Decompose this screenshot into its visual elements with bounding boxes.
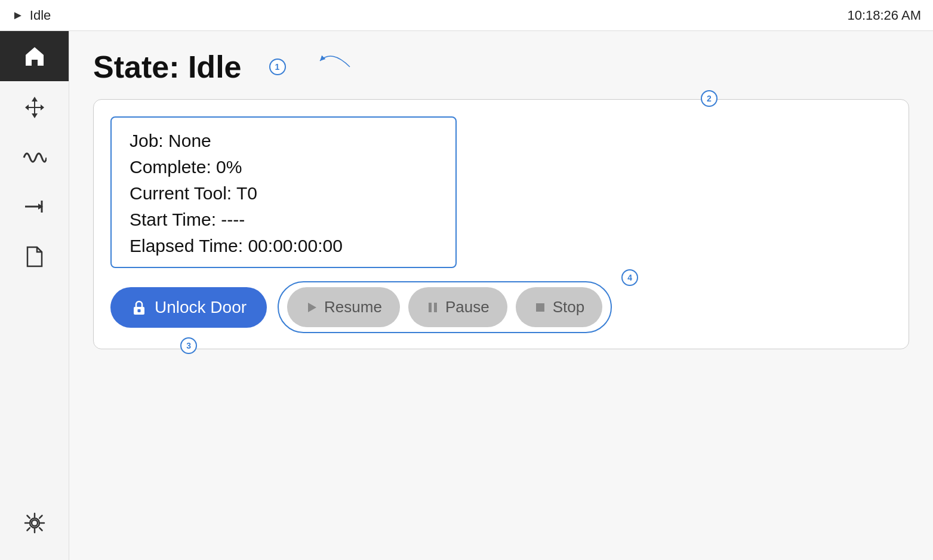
play-icon bbox=[305, 301, 318, 314]
annotation-3: 3 bbox=[180, 337, 197, 354]
controls-row: Unlock Door 3 Re bbox=[94, 268, 909, 349]
move-icon bbox=[23, 94, 47, 118]
topbar-status: Idle bbox=[30, 8, 51, 23]
settings-icon bbox=[23, 511, 47, 535]
svg-rect-8 bbox=[138, 309, 141, 312]
complete-label: Complete: 0% bbox=[130, 157, 438, 177]
sidebar-item-home[interactable] bbox=[0, 31, 69, 81]
svg-marker-9 bbox=[308, 303, 316, 312]
home-icon bbox=[23, 44, 47, 68]
lock-icon bbox=[131, 299, 147, 316]
unlock-door-button[interactable]: Unlock Door bbox=[110, 287, 267, 328]
topbar-left: ► Idle bbox=[12, 8, 51, 23]
sidebar-item-offset[interactable] bbox=[0, 181, 69, 232]
annotation-4: 4 bbox=[621, 269, 638, 286]
elapsed-time-label: Elapsed Time: 00:00:00:00 bbox=[130, 236, 438, 256]
svg-rect-12 bbox=[536, 303, 544, 312]
annotation-2: 2 bbox=[701, 90, 718, 107]
nav-arrow-icon: ► bbox=[12, 8, 24, 22]
sidebar bbox=[0, 31, 69, 560]
sidebar-item-probe[interactable] bbox=[0, 131, 69, 181]
start-time-label: Start Time: ---- bbox=[130, 210, 438, 230]
topbar: ► Idle 10:18:26 AM bbox=[0, 0, 933, 31]
pause-button[interactable]: Pause bbox=[408, 287, 507, 327]
topbar-time: 10:18:26 AM bbox=[847, 8, 921, 23]
svg-point-5 bbox=[32, 520, 38, 526]
unlock-door-wrapper: Unlock Door 3 bbox=[110, 287, 267, 328]
resume-button[interactable]: Resume bbox=[287, 287, 400, 327]
main-layout: State: Idle 1 2 Job bbox=[0, 31, 933, 560]
control-group: Resume Pause bbox=[278, 281, 612, 333]
svg-rect-10 bbox=[429, 303, 432, 312]
sidebar-item-settings[interactable] bbox=[0, 498, 69, 548]
main-card: 2 Job: None Complete: 0% Current Tool: T… bbox=[93, 99, 909, 349]
offset-icon bbox=[23, 195, 47, 219]
annotation-1: 1 bbox=[269, 59, 286, 75]
stop-icon bbox=[534, 301, 547, 314]
svg-marker-1 bbox=[25, 97, 44, 118]
probe-icon bbox=[23, 144, 47, 168]
stop-button[interactable]: Stop bbox=[516, 287, 603, 327]
control-group-wrapper: Resume Pause bbox=[278, 281, 612, 333]
content-area: State: Idle 1 2 Job bbox=[69, 31, 933, 560]
job-info-box: Job: None Complete: 0% Current Tool: T0 … bbox=[110, 116, 457, 268]
pause-icon bbox=[426, 301, 439, 314]
annotation-1-arrow bbox=[314, 43, 386, 73]
state-title: State: Idle bbox=[93, 49, 242, 85]
file-icon bbox=[23, 245, 47, 269]
svg-rect-11 bbox=[434, 303, 437, 312]
job-label: Job: None bbox=[130, 131, 438, 151]
state-title-row: State: Idle 1 bbox=[93, 49, 909, 85]
current-tool-label: Current Tool: T0 bbox=[130, 183, 438, 204]
svg-marker-0 bbox=[26, 47, 44, 66]
sidebar-item-file[interactable] bbox=[0, 232, 69, 282]
sidebar-item-move[interactable] bbox=[0, 81, 69, 131]
